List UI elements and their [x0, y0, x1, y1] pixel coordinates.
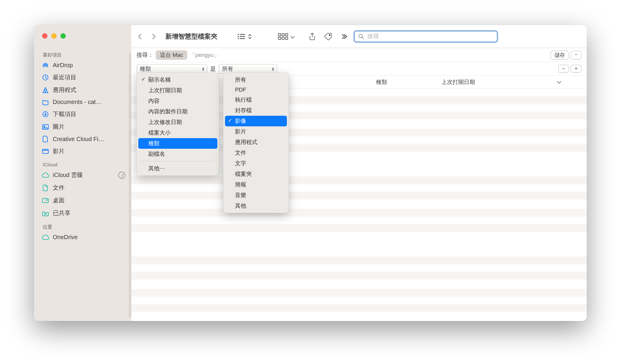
sidebar-item-label: 已共享: [53, 209, 70, 217]
type-dropdown[interactable]: 所有PDF執行檔封存檔影像影片應用程式文件文字檔案夾簡報音樂其他: [223, 73, 289, 213]
tags-button[interactable]: [322, 30, 335, 43]
clock-icon: [42, 74, 49, 81]
sidebar-item[interactable]: AirDrop: [34, 59, 131, 71]
sidebar-item-label: 影片: [53, 147, 65, 155]
more-button[interactable]: [338, 30, 351, 43]
svg-rect-5: [42, 149, 48, 153]
dropdown-item[interactable]: 文字: [225, 158, 287, 169]
dropdown-item[interactable]: PDF: [225, 85, 287, 95]
dropdown-item[interactable]: 上次打開日期: [138, 85, 217, 96]
dropdown-item[interactable]: 內容的製作日期: [138, 106, 217, 117]
main-area: 新增智慧型檔案夾: [131, 25, 587, 321]
dropdown-item[interactable]: 所有: [225, 75, 287, 85]
sidebar-item[interactable]: OneDrive: [34, 231, 131, 243]
sidebar-item[interactable]: 下載項目: [34, 108, 131, 120]
search-input[interactable]: [367, 33, 493, 40]
doc-icon: [42, 184, 49, 191]
sidebar-item-label: 圖片: [53, 123, 65, 131]
onedrive-icon: [42, 235, 49, 240]
airdrop-icon: [42, 62, 49, 69]
back-button[interactable]: [134, 31, 145, 42]
sidebar-item[interactable]: 應用程式: [34, 84, 131, 96]
titlebar: 新增智慧型檔案夾: [131, 25, 587, 48]
save-button[interactable]: 儲存: [551, 51, 569, 59]
svg-point-18: [238, 38, 239, 39]
video-icon: [42, 149, 49, 154]
close-button[interactable]: [42, 33, 47, 39]
svg-rect-12: [46, 199, 47, 201]
sidebar-item[interactable]: 圖片: [34, 120, 131, 133]
dropdown-item[interactable]: 上次修改日期: [138, 117, 217, 128]
photo-icon: [42, 124, 49, 130]
criteria-kind-select[interactable]: 種類 ▲▼: [137, 64, 207, 74]
criteria-kind-value: 種類: [140, 65, 151, 73]
sidebar-item[interactable]: 已共享: [34, 207, 131, 219]
svg-rect-22: [285, 34, 288, 36]
search-icon: [358, 34, 364, 39]
dropdown-item[interactable]: 種類: [138, 138, 217, 149]
window-controls: [34, 33, 131, 39]
group-toggle[interactable]: [278, 33, 294, 40]
remove-criteria-button[interactable]: −: [558, 65, 569, 73]
dropdown-item-other[interactable]: 其他⋯: [138, 163, 217, 174]
svg-point-4: [44, 126, 45, 127]
file-icon: [42, 135, 49, 143]
sidebar-item[interactable]: 文件: [34, 181, 131, 194]
forward-button[interactable]: [148, 31, 160, 42]
remove-scope-button[interactable]: −: [571, 51, 581, 59]
sidebar-item[interactable]: Creative Cloud Fi…: [34, 133, 131, 145]
list-view-icon: [237, 33, 245, 40]
scope-bar: 搜尋： 這台 Mac 「pengyu」 儲存 −: [131, 48, 587, 62]
sidebar-item-label: AirDrop: [53, 62, 73, 69]
dropdown-item[interactable]: 簡報: [225, 179, 287, 190]
criteria-type-select[interactable]: 所有 ▲▼: [219, 64, 277, 74]
desktop-icon: [42, 198, 49, 203]
dropdown-item[interactable]: 顯示名稱: [138, 75, 217, 85]
cloud-icon: [42, 173, 49, 178]
chevron-right-icon: [341, 34, 347, 39]
dropdown-item[interactable]: 內容: [138, 96, 217, 106]
sidebar-item-label: 應用程式: [53, 86, 76, 94]
sidebar-item[interactable]: Documents - cat…: [34, 96, 131, 108]
window-title: 新增智慧型檔案夾: [165, 32, 217, 41]
svg-point-16: [238, 36, 239, 37]
criteria-connector: 是: [210, 65, 216, 73]
minimize-button[interactable]: [51, 33, 57, 39]
dropdown-item[interactable]: 其他: [225, 201, 287, 211]
sidebar-item-label: Creative Cloud Fi…: [53, 136, 104, 143]
search-field[interactable]: [354, 30, 498, 43]
finder-window: 喜好項目AirDrop最近項目應用程式Documents - cat…下載項目圖…: [34, 25, 587, 321]
share-button[interactable]: [306, 30, 319, 43]
dropdown-item[interactable]: 音樂: [225, 190, 287, 201]
sidebar-scrollbar[interactable]: [129, 53, 131, 318]
sidebar-item[interactable]: 影片: [34, 145, 131, 158]
sidebar-item[interactable]: 最近項目: [34, 71, 131, 84]
dropdown-item[interactable]: 文件: [225, 148, 287, 158]
svg-point-26: [329, 34, 330, 36]
dropdown-item[interactable]: 檔案大小: [138, 128, 217, 138]
svg-rect-20: [278, 34, 281, 36]
fullscreen-button[interactable]: [60, 33, 66, 39]
apps-icon: [42, 87, 49, 93]
dropdown-item[interactable]: 檔案夾: [225, 169, 287, 179]
shared-icon: [42, 210, 49, 216]
dropdown-item[interactable]: 影片: [225, 126, 287, 137]
column-date[interactable]: 上次打開日期: [441, 78, 561, 86]
scope-this-mac[interactable]: 這台 Mac: [156, 50, 187, 60]
svg-point-14: [238, 34, 239, 35]
column-kind[interactable]: 種類: [376, 78, 387, 86]
sync-progress-icon: [118, 172, 125, 179]
sidebar-item[interactable]: iCloud 雲碟: [34, 169, 131, 181]
kind-dropdown[interactable]: 顯示名稱上次打開日期內容內容的製作日期上次修改日期檔案大小種類副檔名其他⋯: [137, 73, 219, 176]
dropdown-item[interactable]: 影像: [225, 116, 287, 126]
add-criteria-button[interactable]: +: [571, 65, 581, 73]
dropdown-item[interactable]: 應用程式: [225, 137, 287, 148]
dropdown-item[interactable]: 副檔名: [138, 149, 217, 159]
view-toggle[interactable]: [237, 33, 252, 40]
svg-rect-25: [285, 37, 288, 39]
dropdown-item[interactable]: 執行檔: [225, 95, 287, 105]
scope-user[interactable]: 「pengyu」: [190, 51, 219, 59]
folder-icon: [42, 99, 49, 105]
dropdown-item[interactable]: 封存檔: [225, 105, 287, 116]
sidebar-item[interactable]: 桌面: [34, 194, 131, 207]
